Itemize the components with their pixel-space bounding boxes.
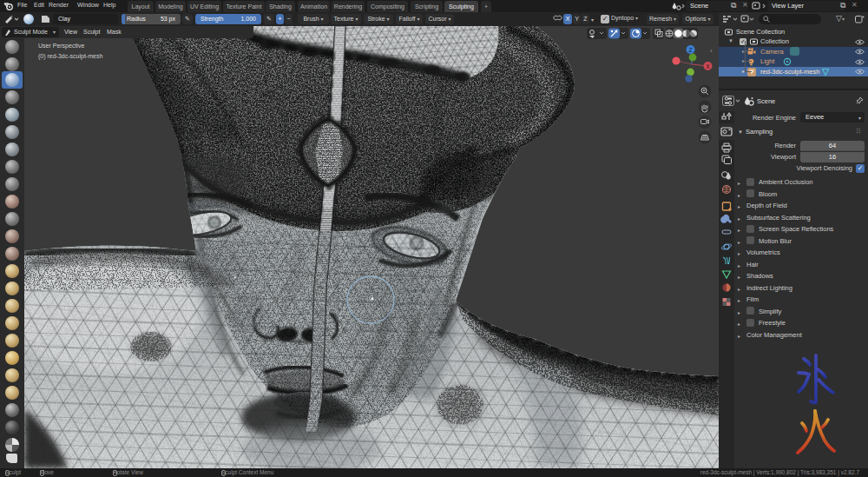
svg-text:X: X [706, 63, 710, 70]
svg-text:Z: Z [689, 47, 693, 53]
